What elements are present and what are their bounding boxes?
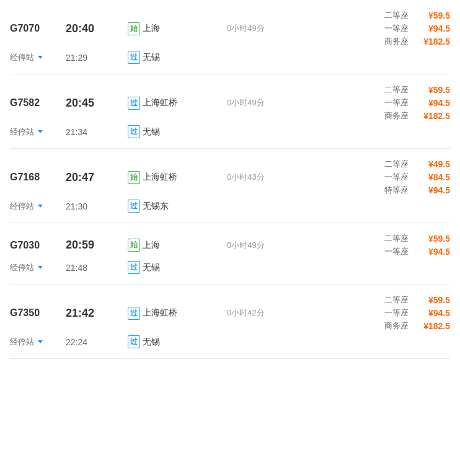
price: ¥59.5 — [416, 295, 450, 305]
price-row: 一等座 ¥94.5 — [378, 97, 450, 108]
stops-label: 经停站 — [10, 126, 34, 138]
train-row-bottom: 经停站 21:34 过 无锡 — [10, 125, 450, 138]
stops-label: 经停站 — [10, 52, 34, 63]
train-item: G7582 20:45 过 上海虹桥 0小时49分 二等座 ¥59.5 一等座 … — [10, 74, 450, 149]
from-station-name: 上海虹桥 — [143, 172, 177, 183]
arrive-time: 21:29 — [66, 53, 128, 63]
to-tag: 过 — [128, 335, 140, 348]
depart-time: 20:47 — [66, 171, 128, 184]
seat-type: 一等座 — [378, 23, 409, 34]
from-station: 始 上海 — [128, 22, 227, 35]
arrive-time: 21:34 — [66, 127, 128, 137]
to-station: 过 无锡 — [128, 51, 227, 64]
from-tag: 始 — [128, 239, 140, 252]
to-station: 过 无锡 — [128, 125, 227, 138]
price-list: 二等座 ¥59.5 一等座 ¥94.5 商务座 ¥182.5 — [301, 84, 450, 121]
price-row: 一等座 ¥94.5 — [378, 307, 450, 319]
to-station-name: 无锡 — [143, 262, 160, 273]
train-row-bottom: 经停站 22:24 过 无锡 — [10, 335, 450, 348]
stops-section[interactable]: 经停站 — [10, 126, 66, 138]
price: ¥182.5 — [416, 37, 450, 46]
from-station: 始 上海 — [128, 239, 227, 252]
seat-type: 一等座 — [378, 307, 409, 319]
price-row: 商务座 ¥182.5 — [378, 320, 450, 332]
price-row: 一等座 ¥94.5 — [378, 23, 450, 34]
to-station-name: 无锡 — [143, 52, 160, 63]
price: ¥84.5 — [416, 172, 450, 182]
train-number: G7350 — [10, 307, 66, 319]
dropdown-arrow-icon[interactable] — [38, 266, 43, 269]
train-item: G7350 21:42 过 上海虹桥 0小时42分 二等座 ¥59.5 一等座 … — [10, 284, 450, 359]
train-number: G7070 — [10, 23, 66, 34]
price: ¥49.5 — [416, 159, 450, 169]
from-station-name: 上海 — [143, 23, 160, 34]
price-list: 二等座 ¥59.5 一等座 ¥94.5 商务座 ¥182.5 — [301, 294, 450, 332]
stops-label: 经停站 — [10, 262, 34, 273]
seat-type: 二等座 — [378, 294, 409, 306]
price: ¥59.5 — [416, 85, 450, 95]
from-station-name: 上海 — [143, 240, 160, 251]
train-row-bottom: 经停站 21:48 过 无锡 — [10, 261, 450, 274]
to-tag: 过 — [128, 51, 140, 64]
seat-type: 二等座 — [378, 10, 409, 21]
price: ¥94.5 — [416, 98, 450, 108]
train-row-top: G7582 20:45 过 上海虹桥 0小时49分 二等座 ¥59.5 一等座 … — [10, 84, 450, 121]
depart-time: 20:59 — [66, 239, 128, 252]
train-item: G7030 20:59 始 上海 0小时49分 二等座 ¥59.5 一等座 ¥9… — [10, 223, 450, 284]
price-row: 商务座 ¥182.5 — [378, 110, 450, 121]
price-row: 二等座 ¥49.5 — [378, 159, 450, 170]
seat-type: 商务座 — [378, 320, 409, 332]
price: ¥94.5 — [416, 185, 450, 195]
duration: 0小时49分 — [227, 97, 301, 108]
price-row: 商务座 ¥182.5 — [378, 36, 450, 47]
dropdown-arrow-icon[interactable] — [38, 340, 43, 343]
train-item: G7070 20:40 始 上海 0小时49分 二等座 ¥59.5 一等座 ¥9… — [10, 0, 450, 74]
price: ¥59.5 — [416, 234, 450, 244]
dropdown-arrow-icon[interactable] — [38, 205, 43, 208]
from-tag: 过 — [128, 307, 140, 320]
stops-section[interactable]: 经停站 — [10, 337, 66, 348]
seat-type: 二等座 — [378, 84, 409, 95]
stops-label: 经停站 — [10, 337, 34, 348]
to-station-name: 无锡 — [143, 337, 160, 348]
from-tag: 始 — [128, 22, 140, 35]
seat-type: 商务座 — [378, 110, 409, 121]
duration: 0小时49分 — [227, 23, 301, 34]
to-station: 过 无锡 — [128, 261, 227, 274]
seat-type: 商务座 — [378, 36, 409, 47]
train-item: G7168 20:47 始 上海虹桥 0小时43分 二等座 ¥49.5 一等座 … — [10, 149, 450, 223]
train-number: G7030 — [10, 240, 66, 251]
from-station-name: 上海虹桥 — [143, 307, 177, 319]
from-station: 过 上海虹桥 — [128, 97, 227, 110]
to-tag: 过 — [128, 261, 140, 274]
duration: 0小时42分 — [227, 307, 301, 319]
price-row: 一等座 ¥94.5 — [378, 246, 450, 257]
price: ¥182.5 — [416, 111, 450, 121]
train-list: G7070 20:40 始 上海 0小时49分 二等座 ¥59.5 一等座 ¥9… — [0, 0, 460, 359]
from-tag: 过 — [128, 97, 140, 110]
seat-type: 一等座 — [378, 97, 409, 108]
depart-time: 21:42 — [66, 307, 128, 320]
from-station-name: 上海虹桥 — [143, 97, 177, 108]
to-station: 过 无锡 — [128, 335, 227, 348]
dropdown-arrow-icon[interactable] — [38, 56, 43, 59]
price-row: 二等座 ¥59.5 — [378, 84, 450, 95]
price-row: 一等座 ¥84.5 — [378, 172, 450, 183]
to-station: 过 无锡东 — [128, 200, 227, 213]
train-row-top: G7030 20:59 始 上海 0小时49分 二等座 ¥59.5 一等座 ¥9… — [10, 233, 450, 257]
train-number: G7582 — [10, 97, 66, 108]
to-tag: 过 — [128, 200, 140, 213]
stops-section[interactable]: 经停站 — [10, 262, 66, 273]
arrive-time: 22:24 — [66, 337, 128, 347]
seat-type: 特等座 — [378, 185, 409, 196]
train-row-top: G7350 21:42 过 上海虹桥 0小时42分 二等座 ¥59.5 一等座 … — [10, 294, 450, 332]
duration: 0小时43分 — [227, 172, 301, 183]
from-station: 过 上海虹桥 — [128, 307, 227, 320]
duration: 0小时49分 — [227, 240, 301, 251]
stops-section[interactable]: 经停站 — [10, 201, 66, 212]
dropdown-arrow-icon[interactable] — [38, 130, 43, 133]
stops-section[interactable]: 经停站 — [10, 52, 66, 63]
train-row-top: G7168 20:47 始 上海虹桥 0小时43分 二等座 ¥49.5 一等座 … — [10, 159, 450, 196]
price-list: 二等座 ¥59.5 一等座 ¥94.5 — [301, 233, 450, 257]
price-row: 二等座 ¥59.5 — [378, 233, 450, 244]
